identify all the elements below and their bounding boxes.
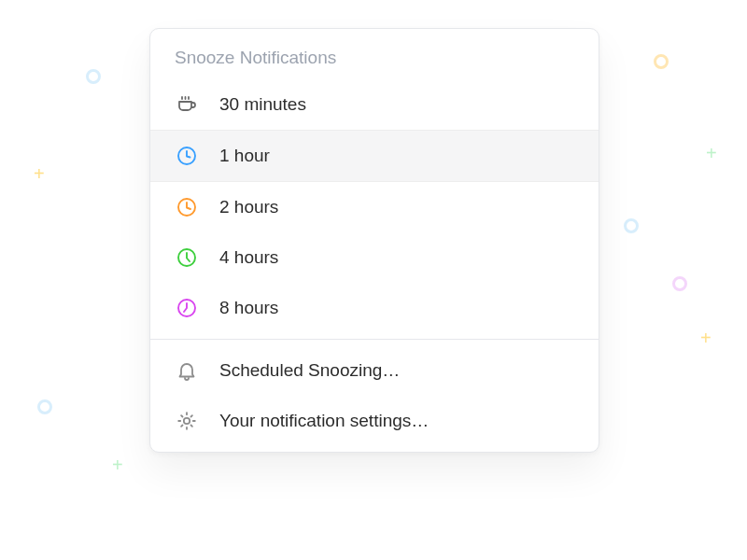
deco-plus-icon: + (112, 455, 123, 474)
gear-icon (175, 409, 199, 433)
snooze-option-30m[interactable]: 30 minutes (150, 79, 599, 130)
snooze-option-label: 1 hour (219, 146, 270, 166)
svg-point-7 (184, 418, 190, 424)
deco-ring-icon (37, 399, 52, 414)
deco-ring-icon (654, 54, 669, 69)
deco-ring-icon (672, 276, 687, 291)
snooze-option-4h[interactable]: 4 hours (150, 232, 599, 283)
deco-plus-icon: + (706, 144, 717, 162)
deco-ring-icon (86, 69, 101, 84)
snooze-option-label: 8 hours (219, 298, 278, 318)
bell-icon (175, 358, 199, 383)
snooze-option-label: 30 minutes (219, 94, 306, 115)
footer-item-label: Your notification settings… (219, 411, 429, 431)
clock-magenta-icon (175, 296, 199, 320)
deco-ring-icon (624, 218, 639, 233)
snooze-option-1h[interactable]: 1 hour (150, 130, 599, 182)
clock-green-icon (175, 245, 199, 270)
snooze-option-8h[interactable]: 8 hours (150, 283, 599, 333)
deco-plus-icon: + (700, 329, 712, 347)
clock-blue-icon (175, 144, 199, 168)
snooze-option-label: 4 hours (219, 247, 278, 268)
snooze-option-2h[interactable]: 2 hours (150, 182, 599, 232)
notification-settings-item[interactable]: Your notification settings… (150, 396, 599, 452)
menu-divider (150, 339, 599, 340)
deco-plus-icon: + (34, 164, 45, 183)
clock-orange-icon (175, 195, 199, 219)
footer-item-label: Scheduled Snoozing… (219, 360, 400, 381)
snooze-menu-panel: Snooze Notifications 30 minutes 1 hour (149, 28, 599, 453)
coffee-cup-icon (175, 92, 199, 117)
snooze-option-label: 2 hours (219, 197, 278, 217)
menu-title: Snooze Notifications (150, 29, 599, 79)
scheduled-snoozing-item[interactable]: Scheduled Snoozing… (150, 345, 599, 396)
